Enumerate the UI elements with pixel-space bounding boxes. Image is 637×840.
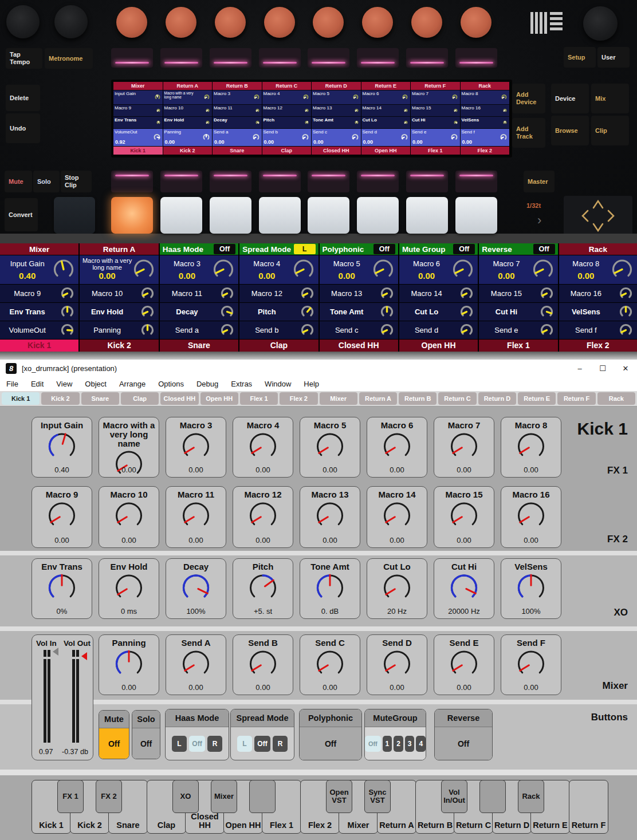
division-button[interactable]: 1/32t [522, 198, 556, 213]
drum-pad[interactable] [111, 197, 153, 234]
menu-file[interactable]: File [0, 380, 25, 388]
menu-extras[interactable]: Extras [225, 380, 258, 388]
drum-pad[interactable] [406, 197, 448, 234]
display-button-top[interactable] [357, 48, 399, 68]
tab-return-a[interactable]: Return A [359, 392, 397, 405]
encoder-knob[interactable] [264, 7, 295, 38]
knob[interactable] [449, 648, 479, 680]
page-right-chevron[interactable]: › [537, 213, 541, 228]
tab-kick-2[interactable]: Kick 2 [41, 392, 79, 405]
black-key-blank[interactable] [479, 780, 506, 813]
display-button-bottom[interactable] [406, 171, 448, 192]
menu-object[interactable]: Object [78, 380, 113, 388]
knob[interactable] [449, 431, 479, 463]
lcd-track-name[interactable]: Kick 2 [80, 339, 158, 352]
solo-toggle-button[interactable]: Off [132, 728, 160, 759]
option-button-3[interactable]: 3 [405, 736, 415, 752]
polyphonic-toggle-button[interactable]: Off [300, 727, 361, 760]
option-button-off[interactable]: Off [365, 736, 381, 752]
knob[interactable] [181, 572, 211, 604]
device-button[interactable]: Device [551, 84, 589, 113]
option-button-1[interactable]: 1 [383, 736, 392, 752]
mix-button[interactable]: Mix [591, 84, 629, 113]
knob[interactable] [449, 572, 479, 604]
knob[interactable] [382, 431, 412, 463]
option-button-l[interactable]: L [172, 736, 187, 752]
display-button-top[interactable] [406, 48, 448, 68]
option-button-2[interactable]: 2 [394, 736, 403, 752]
knob[interactable] [382, 648, 412, 680]
black-key-fx-2[interactable]: FX 2 [96, 780, 122, 813]
menu-edit[interactable]: Edit [25, 380, 50, 388]
menu-window[interactable]: Window [258, 380, 297, 388]
encoder-knob[interactable] [215, 7, 246, 38]
user-button[interactable]: User [597, 47, 630, 68]
black-key-blank[interactable] [249, 780, 276, 813]
knob[interactable] [516, 648, 546, 680]
tap-tempo-button[interactable]: Tap Tempo [6, 48, 42, 69]
minimize-icon[interactable]: – [568, 364, 591, 373]
tab-closed-hh[interactable]: Closed HH [160, 392, 198, 405]
display-button-bottom[interactable] [210, 171, 251, 192]
knob[interactable] [382, 572, 412, 604]
option-button-l[interactable]: L [237, 736, 252, 752]
tab-kick-1[interactable]: Kick 1 [2, 392, 40, 405]
tempo-knob[interactable] [6, 5, 40, 38]
encoder-knob[interactable] [166, 7, 196, 38]
display-button-top[interactable] [210, 48, 251, 68]
push-track-name[interactable]: Kick 2 [163, 146, 213, 155]
knob[interactable] [315, 431, 345, 463]
display-button-top[interactable] [111, 48, 153, 68]
tab-return-d[interactable]: Return D [478, 392, 516, 405]
knob[interactable] [47, 572, 77, 604]
knob[interactable] [248, 431, 278, 463]
drum-pad-dark[interactable] [54, 197, 95, 234]
reverse-toggle-button[interactable]: Off [435, 727, 492, 760]
knob[interactable] [114, 572, 144, 604]
option-button-off[interactable]: Off [189, 736, 205, 752]
delete-button[interactable]: Delete [6, 85, 40, 111]
tab-clap[interactable]: Clap [121, 392, 159, 405]
push-track-name[interactable]: Clap [262, 146, 312, 155]
push-track-name[interactable]: Closed HH [312, 146, 361, 155]
display-button-bottom[interactable] [455, 171, 497, 192]
black-key-vol-in-out[interactable]: Vol In/Out [441, 780, 467, 813]
knob[interactable] [47, 500, 77, 532]
drum-pad[interactable] [455, 197, 497, 234]
lcd-track-name[interactable]: Flex 1 [479, 339, 557, 352]
convert-button[interactable]: Convert [5, 198, 38, 231]
lcd-track-name[interactable]: Closed HH [320, 339, 398, 352]
menu-options[interactable]: Options [152, 380, 190, 388]
menu-arrange[interactable]: Arrange [113, 380, 152, 388]
master-button[interactable]: Master [524, 171, 555, 192]
white-key-return-f[interactable]: Return F [569, 780, 608, 834]
drum-pad[interactable] [259, 197, 301, 234]
stop-clip-button[interactable]: Stop Clip [61, 171, 92, 192]
option-button-4[interactable]: 4 [416, 736, 426, 752]
display-button-bottom[interactable] [259, 171, 301, 192]
mute-toggle-button[interactable]: Off [99, 728, 129, 759]
push-track-name[interactable]: Kick 1 [113, 146, 163, 155]
option-button-off[interactable]: Off [254, 736, 270, 752]
knob[interactable] [248, 500, 278, 532]
close-icon[interactable]: ✕ [614, 364, 637, 373]
encoder-knob[interactable] [362, 7, 393, 38]
tab-return-e[interactable]: Return E [518, 392, 556, 405]
tab-return-c[interactable]: Return C [438, 392, 476, 405]
drum-pad[interactable] [357, 197, 399, 234]
maximize-icon[interactable]: ☐ [591, 364, 614, 373]
knob[interactable] [114, 500, 144, 532]
encoder-knob[interactable] [313, 7, 344, 38]
knob[interactable] [516, 572, 546, 604]
knob[interactable] [315, 572, 345, 604]
display-button-top[interactable] [259, 48, 301, 68]
menu-help[interactable]: Help [297, 380, 325, 388]
encoder-knob[interactable] [411, 7, 442, 38]
master-volume-knob[interactable] [583, 6, 618, 41]
knob[interactable] [516, 500, 546, 532]
drum-pad[interactable] [308, 197, 349, 234]
push-track-name[interactable]: Open HH [361, 146, 411, 155]
arrow-pad[interactable] [564, 196, 632, 236]
push-track-name[interactable]: Flex 2 [461, 146, 510, 155]
display-button-bottom[interactable] [308, 171, 349, 192]
